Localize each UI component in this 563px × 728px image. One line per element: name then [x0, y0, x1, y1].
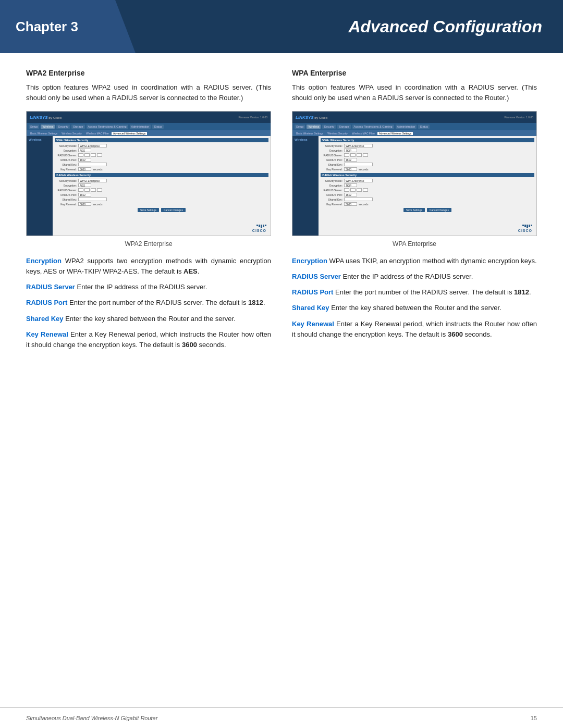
- router-sidebar-wpa: Wireless: [292, 136, 319, 236]
- label-radius-server-24-wpa: RADIUS Server:: [321, 189, 342, 192]
- desc-shared-key-wpa2: Shared Key Enter the key shared between …: [26, 314, 271, 324]
- save-settings-button[interactable]: Save Settings: [138, 208, 159, 212]
- nav-security: Security: [56, 125, 70, 129]
- router-body-wpa: Wireless 5GHz Wireless Security Security…: [292, 136, 536, 236]
- chapter-label-container: Chapter 3: [0, 0, 136, 53]
- term-encryption-wpa2: Encryption: [26, 257, 62, 265]
- tab-mac: Wireless MAC Filter: [84, 132, 111, 135]
- router-5ghz-section: 5GHz Wireless Security: [55, 138, 268, 142]
- header-title-container: Advanced Configuration: [136, 0, 563, 53]
- nav-admin-wpa: Administration: [396, 125, 417, 129]
- form-key-renewal-24-wpa: Key Renewal: 3600 seconds: [321, 202, 534, 206]
- sidebar-title-wpa: Wireless: [295, 138, 316, 141]
- wpa2-enterprise-screenshot: LINKSYS by Cisco Firmware Version: 1.0.0…: [26, 111, 271, 236]
- save-settings-button-wpa[interactable]: Save Settings: [403, 208, 425, 212]
- desc-radius-server-wpa2: RADIUS Server Enter the IP address of th…: [26, 282, 271, 292]
- input-encryption-5: AES: [78, 149, 91, 152]
- bold-1812-wpa2: 1812: [248, 299, 263, 306]
- wpa-caption: WPA Enterprise: [292, 240, 537, 248]
- input-rs4: [97, 153, 102, 157]
- input-radius-port-24: 1812: [78, 193, 91, 196]
- input-radius-port-5-wpa: 1812: [344, 158, 357, 162]
- unit-seconds-5-wpa: seconds: [359, 168, 369, 171]
- desc-encryption-wpa2: Encryption WPA2 supports two encryption …: [26, 256, 271, 277]
- text-encryption-wpa: WPA uses TKIP, an encryption method with…: [329, 257, 537, 265]
- label-security-mode-24-wpa: Security mode:: [321, 179, 342, 182]
- form-radius-server-5: RADIUS Server:: [55, 153, 268, 157]
- router-24ghz-section: 2.4GHz Wireless Security: [55, 173, 268, 177]
- router-tabs-wpa: Basic Wireless Settings Wireless Securit…: [292, 130, 536, 136]
- main-content: WPA2 Enterprise This option features WPA…: [0, 53, 563, 387]
- label-encryption-5: Encryption:: [55, 149, 77, 152]
- nav-access: Access Restrictions & Gaming: [87, 125, 128, 129]
- nav-setup-wpa: Setup: [295, 125, 305, 129]
- form-security-mode-5: Security mode: WPA2-Enterprise: [55, 144, 268, 147]
- nav-storage: Storage: [71, 125, 84, 129]
- nav-wireless: Wireless: [41, 125, 55, 129]
- form-encryption-24: Encryption: AES: [55, 183, 268, 187]
- after-3600-wpa: seconds.: [463, 330, 492, 338]
- wpa-rs24-2: [350, 188, 356, 192]
- tab-security: Wireless Security: [60, 132, 83, 135]
- input-rs2: [84, 153, 90, 157]
- input-shared-key-24-wpa: [344, 198, 373, 201]
- form-security-mode-24: Security mode: WPA2-Enterprise: [55, 179, 268, 182]
- label-security-mode-5-wpa: Security mode:: [321, 144, 342, 147]
- cisco-logo-wpa: CISCO: [518, 225, 532, 232]
- input-rs24-4: [97, 188, 102, 192]
- form-key-renewal-5-wpa: Key Renewal: 3600 seconds: [321, 167, 534, 171]
- input-encryption-5-wpa: TKIP: [344, 149, 357, 152]
- bar4-wpa: [529, 225, 530, 227]
- input-radius-port-5: 1812: [78, 158, 91, 162]
- bar1-wpa: [522, 225, 524, 226]
- bold-3600-wpa2: 3600: [182, 341, 197, 349]
- cancel-changes-button[interactable]: Cancel Changes: [161, 208, 186, 212]
- input-security-mode-24: WPA2-Enterprise: [78, 179, 107, 182]
- router-24ghz-section-wpa: 2.4GHz Wireless Security: [321, 173, 534, 177]
- form-security-mode-24-wpa: Security mode: WPA-Enterprise: [321, 179, 534, 182]
- router-buttons-wpa: Save Settings Cancel Changes: [321, 208, 534, 212]
- term-shared-key-wpa: Shared Key: [292, 304, 329, 312]
- form-radius-port-5: RADIUS Port: 1812: [55, 158, 268, 162]
- input-key-renewal-5-wpa: 3600: [344, 167, 357, 171]
- form-key-renewal-24: Key Renewal: 3600 seconds: [55, 202, 268, 206]
- firmware-ver-wpa: Firmware Version: 1.0.00: [331, 116, 533, 119]
- label-radius-port-24: RADIUS Port:: [55, 193, 77, 196]
- label-radius-port-5-wpa: RADIUS Port:: [321, 158, 342, 162]
- term-radius-port-wpa2: RADIUS Port: [26, 299, 67, 306]
- term-radius-server-wpa2: RADIUS Server: [26, 283, 75, 291]
- label-key-renewal-5-wpa: Key Renewal:: [321, 168, 342, 171]
- form-shared-key-5: Shared Key:: [55, 163, 268, 166]
- input-security-mode-5-wpa: WPA-Enterprise: [344, 144, 373, 147]
- nav-access-wpa: Access Restrictions & Gaming: [352, 125, 394, 129]
- cisco-bars: [252, 225, 266, 228]
- page-footer: Simultaneous Dual-Band Wireless-N Gigabi…: [0, 707, 563, 728]
- wpa-rs24-1: [344, 188, 349, 192]
- router-buttons: Save Settings Cancel Changes: [55, 208, 268, 212]
- wpa-rs4: [363, 153, 368, 157]
- label-radius-server-5: RADIUS Server:: [55, 154, 77, 157]
- nav-status: Status: [152, 125, 164, 129]
- input-rs1: [78, 153, 83, 157]
- nav-admin: Administration: [130, 125, 151, 129]
- router-main-panel: 5GHz Wireless Security Security mode: WP…: [53, 136, 271, 236]
- input-security-mode-24-wpa: WPA-Enterprise: [344, 179, 373, 182]
- cancel-changes-button-wpa[interactable]: Cancel Changes: [427, 208, 451, 212]
- wpa2-caption: WPA2 Enterprise: [26, 240, 271, 248]
- term-key-renewal-wpa: Key Renewal: [292, 320, 334, 328]
- tab-advanced: Advanced Wireless Settings: [112, 132, 147, 135]
- input-radius-port-24-wpa: 1812: [344, 193, 357, 196]
- left-section-intro: This option features WPA2 used in coordi…: [26, 82, 271, 103]
- after-1812-wpa: .: [529, 288, 531, 296]
- router-tabs: Basic Wireless Settings Wireless Securit…: [27, 130, 271, 136]
- router-body: Wireless 5GHz Wireless Security Security…: [27, 136, 271, 236]
- left-column: WPA2 Enterprise This option features WPA…: [26, 69, 271, 355]
- form-radius-port-5-wpa: RADIUS Port: 1812: [321, 158, 534, 162]
- nav-storage-wpa: Storage: [337, 125, 350, 129]
- label-security-mode-5: Security mode:: [55, 144, 77, 147]
- label-shared-key-24-wpa: Shared Key:: [321, 198, 342, 201]
- wpa-rs24-4: [363, 188, 368, 192]
- input-rs24-2: [84, 188, 90, 192]
- bold-1812-wpa: 1812: [514, 288, 529, 296]
- form-encryption-24-wpa: Encryption: TKIP: [321, 183, 534, 187]
